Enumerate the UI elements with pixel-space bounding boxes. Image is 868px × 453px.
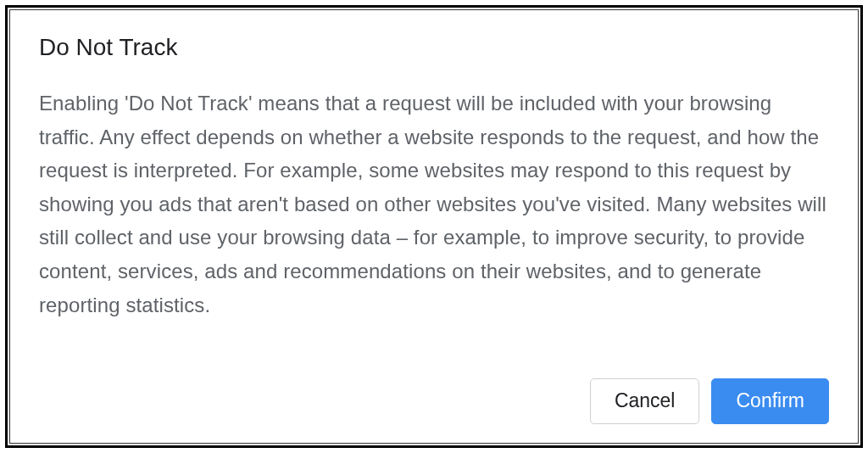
cancel-button[interactable]: Cancel bbox=[590, 378, 700, 424]
confirm-button[interactable]: Confirm bbox=[711, 378, 829, 424]
dialog-actions: Cancel Confirm bbox=[39, 378, 829, 424]
dialog-frame: Do Not Track Enabling 'Do Not Track' mea… bbox=[5, 5, 863, 448]
dialog-title: Do Not Track bbox=[39, 34, 829, 61]
do-not-track-dialog: Do Not Track Enabling 'Do Not Track' mea… bbox=[9, 9, 859, 444]
dialog-body-text: Enabling 'Do Not Track' means that a req… bbox=[39, 87, 829, 358]
